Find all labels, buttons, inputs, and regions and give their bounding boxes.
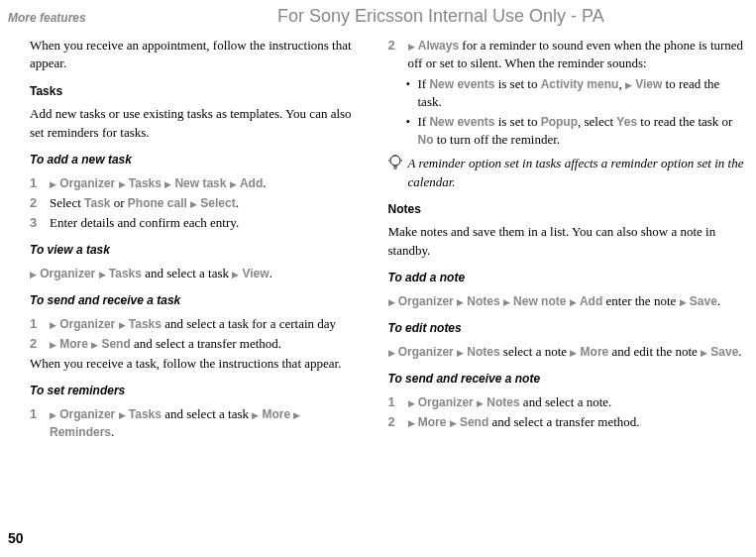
text: enter the note xyxy=(602,293,679,308)
step-1: 1 ▶ Organizer ▶ Tasks and select a task … xyxy=(30,405,365,441)
menu-item: Send xyxy=(460,415,488,429)
triangle-icon: ▶ xyxy=(408,42,415,52)
text: is set to xyxy=(494,114,540,129)
tasks-heading: Tasks xyxy=(30,83,365,100)
menu-item: New note xyxy=(513,294,566,308)
triangle-icon: ▶ xyxy=(457,347,464,357)
triangle-icon: ▶ xyxy=(408,397,415,407)
step-number: 2 xyxy=(388,413,408,431)
menu-item: Select xyxy=(200,196,235,210)
right-column: 2 ▶ Always for a reminder to sound even … xyxy=(388,37,747,443)
add-note-text: ▶ Organizer ▶ Notes ▶ New note ▶ Add ent… xyxy=(388,292,747,310)
step-text: ▶ Organizer ▶ Tasks ▶ New task ▶ Add. xyxy=(50,174,365,192)
step-number: 1 xyxy=(30,405,50,423)
text: is set to xyxy=(494,76,540,91)
add-task-heading: To add a new task xyxy=(30,152,365,168)
page-number: 50 xyxy=(8,529,24,549)
text: Select xyxy=(50,195,84,210)
bullet-item: • If New events is set to Activity menu,… xyxy=(406,75,747,111)
triangle-icon: ▶ xyxy=(503,296,510,306)
menu-item: Notes xyxy=(467,345,499,359)
view-task-heading: To view a task xyxy=(30,242,365,259)
step-text: ▶ More ▶ Send and select a transfer meth… xyxy=(408,413,747,431)
step-text: ▶ Always for a reminder to sound even wh… xyxy=(408,37,747,72)
triangle-icon: ▶ xyxy=(701,347,707,357)
triangle-icon: ▶ xyxy=(164,178,171,188)
menu-item: Save xyxy=(710,345,738,359)
step-1: 1 ▶ Organizer ▶ Tasks ▶ New task ▶ Add. xyxy=(30,174,365,192)
page-header: More features For Sony Ericsson Internal… xyxy=(0,0,756,29)
step-2: 2 ▶ Always for a reminder to sound even … xyxy=(388,37,747,72)
watermark-text: For Sony Ericsson Internal Use Only - PA xyxy=(146,4,736,29)
menu-item: Organizer xyxy=(59,407,115,421)
menu-item: Tasks xyxy=(109,267,142,280)
menu-item: View xyxy=(635,77,662,91)
menu-item: Organizer xyxy=(40,267,95,280)
menu-item: Phone call xyxy=(128,196,187,210)
menu-item: Activity menu xyxy=(541,77,619,91)
text: select a note xyxy=(500,344,571,359)
step-number: 3 xyxy=(30,214,50,232)
menu-item: Organizer xyxy=(398,294,454,308)
menu-item: Save xyxy=(690,294,717,308)
section-label: More features xyxy=(8,10,86,27)
triangle-icon: ▶ xyxy=(91,340,98,350)
period: . xyxy=(263,175,266,190)
triangle-icon: ▶ xyxy=(99,270,106,279)
menu-item: More xyxy=(262,407,290,421)
step-2: 2 ▶ More ▶ Send and select a transfer me… xyxy=(388,413,747,431)
page-content: When you receive an appointment, follow … xyxy=(0,37,756,443)
tip-callout: A reminder option set in tasks affects a… xyxy=(388,155,747,190)
step-number: 2 xyxy=(30,335,50,353)
triangle-icon: ▶ xyxy=(680,296,687,306)
step-1: 1 ▶ Organizer ▶ Notes and select a note. xyxy=(388,393,747,411)
text: and select a note. xyxy=(520,394,612,409)
triangle-icon: ▶ xyxy=(457,296,464,306)
bullet-item: • If New events is set to Popup, select … xyxy=(406,113,747,149)
step-text: ▶ More ▶ Send and select a transfer meth… xyxy=(50,335,365,353)
triangle-icon: ▶ xyxy=(232,270,239,279)
triangle-icon: ▶ xyxy=(570,347,577,357)
menu-item: New task xyxy=(174,176,226,190)
menu-item: View xyxy=(242,267,269,280)
text: and select a transfer method. xyxy=(131,336,281,351)
menu-item: New events xyxy=(429,115,494,129)
set-reminders-heading: To set reminders xyxy=(30,383,365,399)
step-2: 2 ▶ More ▶ Send and select a transfer me… xyxy=(30,335,365,353)
step-1: 1 ▶ Organizer ▶ Tasks and select a task … xyxy=(30,315,365,333)
intro-paragraph: When you receive an appointment, follow … xyxy=(30,37,365,72)
menu-item: More xyxy=(418,415,447,429)
text: or xyxy=(110,195,127,210)
bullet-icon: • xyxy=(406,75,418,93)
step-text: Enter details and confirm each entry. xyxy=(50,214,365,232)
triangle-icon: ▶ xyxy=(50,178,56,188)
triangle-icon: ▶ xyxy=(388,296,395,306)
menu-item: Organizer xyxy=(59,317,115,331)
menu-item: Tasks xyxy=(129,407,162,421)
triangle-icon: ▶ xyxy=(30,270,37,279)
step-3: 3 Enter details and confirm each entry. xyxy=(30,214,365,232)
menu-item: New events xyxy=(429,77,494,91)
menu-item: Tasks xyxy=(129,317,162,331)
menu-item: More xyxy=(59,337,88,351)
triangle-icon: ▶ xyxy=(50,410,56,420)
text: to read the task or xyxy=(637,114,732,129)
menu-item: Yes xyxy=(616,115,637,129)
triangle-icon: ▶ xyxy=(252,410,259,420)
triangle-icon: ▶ xyxy=(450,418,457,428)
text: and select a task for a certain day xyxy=(162,316,336,331)
menu-item: Tasks xyxy=(129,176,162,190)
left-column: When you receive an appointment, follow … xyxy=(30,37,388,443)
menu-item: Send xyxy=(101,337,130,351)
menu-item: Organizer xyxy=(59,176,115,190)
triangle-icon: ▶ xyxy=(230,178,237,188)
bullet-text: If New events is set to Popup, select Ye… xyxy=(418,113,747,149)
menu-item: Notes xyxy=(467,294,499,308)
triangle-icon: ▶ xyxy=(388,347,395,357)
text: for a reminder to sound even when the ph… xyxy=(408,38,744,70)
menu-item: Popup xyxy=(541,115,578,129)
text: to turn off the reminder. xyxy=(434,132,561,147)
bullet-text: If New events is set to Activity menu, ▶… xyxy=(418,75,747,111)
menu-item: Organizer xyxy=(418,395,474,409)
triangle-icon: ▶ xyxy=(119,178,126,188)
